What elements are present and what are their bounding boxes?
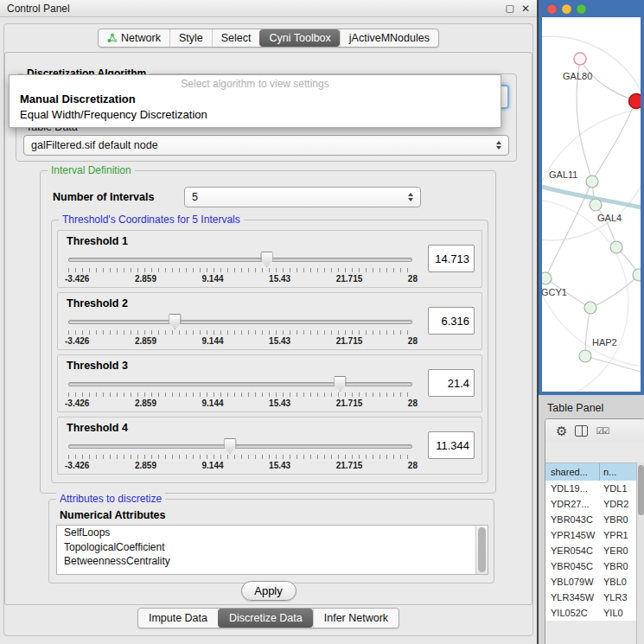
table-row[interactable]: YBR043C YBR0 [545, 512, 644, 527]
threshold-value-input[interactable]: 11.344 [428, 431, 475, 459]
threshold-slider[interactable] [68, 314, 412, 328]
table-scrollbar-thumb[interactable] [638, 465, 644, 515]
thresholds-group: Threshold's Coordinates for 5 Intervals … [51, 220, 488, 483]
table-toolbar: ⚙ ☑☑ [545, 419, 644, 442]
cell-shared-name: YIL052C [545, 608, 600, 618]
close-traffic-light-icon[interactable] [547, 4, 557, 14]
scale-tick-label: 15.43 [269, 274, 290, 284]
numerical-attributes-list[interactable]: SelfLoopsTopologicalCoefficientBetweenne… [56, 525, 488, 575]
table-row[interactable]: YBR045C YBR0 [545, 558, 644, 574]
control-panel-window: Control Panel ▢ ✕ Network Style Select [0, 0, 538, 644]
num-intervals-select[interactable]: 5 [184, 187, 421, 207]
threshold-slider-area: Threshold 4 -3.426 2.859 9.144 15.43 [65, 420, 419, 470]
settings-gear-icon[interactable]: ⚙ [556, 424, 567, 437]
threshold-value-input[interactable]: 21.4 [428, 369, 475, 397]
network-node[interactable] [633, 269, 641, 281]
table-row[interactable]: YPR145W YPR1 [545, 527, 644, 543]
scale-tick-label: 9.144 [202, 461, 224, 470]
table-panel-title: Table Panel [539, 395, 644, 414]
threshold-slider[interactable] [68, 252, 412, 266]
threshold-slider[interactable] [68, 438, 412, 453]
columns-icon[interactable] [575, 425, 588, 437]
threshold-slider[interactable] [68, 376, 412, 391]
slider-thumb[interactable] [260, 252, 273, 267]
node-label: GAL4 [597, 213, 622, 223]
numerical-attributes-label: Numerical Attributes [60, 509, 494, 521]
algorithm-menu-item[interactable]: Manual Discretization [10, 92, 501, 107]
panel-tab[interactable]: Select [212, 29, 260, 47]
table-row[interactable]: YER054C YER0 [545, 543, 644, 558]
network-node[interactable] [542, 272, 552, 284]
network-node[interactable] [574, 53, 586, 65]
cell-shared-name: YBR045C [545, 561, 600, 571]
panel-tab[interactable]: Style [169, 29, 212, 47]
slider-track[interactable] [68, 320, 412, 324]
node-label: GAL11 [549, 169, 577, 180]
threshold-label: Threshold 2 [67, 297, 419, 309]
scale-tick-label: 2.859 [135, 336, 156, 346]
network-canvas[interactable]: GAL80 GAL11 GAL4 GCY1 HAP2 [542, 17, 641, 392]
table-row[interactable]: YIL052C YIL0 [545, 605, 644, 621]
slider-track[interactable] [68, 258, 412, 262]
minimize-traffic-light-icon[interactable] [562, 4, 571, 14]
slider-ticks [68, 268, 412, 272]
slider-track[interactable] [68, 444, 412, 449]
threshold-label: Threshold 4 [67, 422, 419, 434]
threshold-slider-area: Threshold 1 -3.426 2.859 9.144 15.43 [65, 233, 419, 284]
scale-tick-label: 21.715 [336, 399, 363, 408]
table-data-select[interactable]: galFiltered.sif default node [23, 135, 509, 156]
list-scrollbar-thumb[interactable] [478, 527, 486, 572]
network-node-selected[interactable] [629, 94, 641, 109]
table-row[interactable]: YDR27... YDR2 [545, 496, 644, 512]
threshold-value-input[interactable]: 6.316 [428, 307, 475, 335]
node-label: HAP2 [592, 337, 617, 348]
threshold-value-input[interactable]: 14.713 [428, 245, 475, 272]
column-header-shared-name[interactable]: shared... [545, 463, 600, 481]
attribute-list-item[interactable]: SelfLoops [57, 526, 488, 540]
table-row[interactable]: YBL079W YBL0 [545, 574, 644, 590]
network-node[interactable] [590, 199, 602, 211]
slider-thumb[interactable] [224, 438, 237, 454]
algorithm-menu-item[interactable]: Equal Width/Frequency Discretization [10, 107, 501, 123]
zoom-traffic-light-icon[interactable] [577, 4, 586, 14]
panel-tab-label: Network [121, 32, 161, 44]
slider-ticks [68, 392, 412, 397]
bottom-tab[interactable]: Infer Network [313, 609, 399, 628]
bottom-tab[interactable]: Discretize Data [218, 609, 313, 628]
algorithm-dropdown-menu: Select algorithm to view settings Manual… [9, 74, 501, 128]
panel-tab[interactable]: jActiveMNodules [340, 29, 438, 47]
network-node[interactable] [584, 302, 596, 314]
threshold-row: Threshold 1 -3.426 2.859 9.144 15.43 [57, 230, 482, 288]
apply-button[interactable]: Apply [241, 581, 296, 601]
panel-tab[interactable]: Network [99, 29, 169, 47]
panel-tab[interactable]: Cyni Toolbox [259, 29, 339, 47]
network-node[interactable] [610, 241, 622, 253]
scale-tick-label: 9.144 [202, 274, 224, 284]
threshold-row: Threshold 2 -3.426 2.859 9.144 15.43 [57, 292, 482, 350]
slider-thumb[interactable] [334, 376, 347, 392]
attributes-group: Attributes to discretize Numerical Attri… [48, 499, 494, 583]
slider-thumb[interactable] [169, 314, 182, 329]
close-window-icon[interactable]: ✕ [521, 3, 530, 15]
attribute-list-item[interactable]: TopologicalCoefficient [57, 540, 488, 555]
node-table-window: ⚙ ☑☑ shared... n... YDL19... YDL1 YDR27.… [545, 418, 644, 644]
table-panel: Table Panel ⚙ ☑☑ shared... n... YDL19...… [539, 395, 644, 644]
network-node[interactable] [586, 175, 598, 188]
attribute-list-item[interactable]: BetweennessCentrality [57, 554, 488, 569]
bottom-tab[interactable]: Impute Data [138, 609, 218, 628]
cyni-toolbox-panel: Discretization Algorithm Table Data galF… [4, 52, 532, 605]
list-scrollbar[interactable] [475, 526, 488, 574]
slider-track[interactable] [68, 382, 412, 386]
threshold-row: Threshold 3 -3.426 2.859 9.144 15.43 [57, 354, 482, 412]
scale-tick-label: 15.43 [269, 461, 290, 470]
table-row[interactable]: YLR345W YLR3 [545, 590, 644, 605]
network-node[interactable] [579, 350, 591, 362]
scale-tick-label: -3.426 [65, 461, 89, 470]
select-columns-icon[interactable]: ☑☑ [596, 426, 608, 436]
number-of-intervals-row: Number of Intervals 5 [53, 187, 495, 207]
float-window-icon[interactable]: ▢ [506, 3, 514, 14]
slider-scale: -3.426 2.859 9.144 15.43 21.715 28 [65, 274, 418, 284]
table-row[interactable]: YDL19... YDL1 [545, 481, 644, 496]
scale-tick-label: 2.859 [135, 399, 156, 408]
table-scrollbar[interactable] [636, 462, 644, 644]
